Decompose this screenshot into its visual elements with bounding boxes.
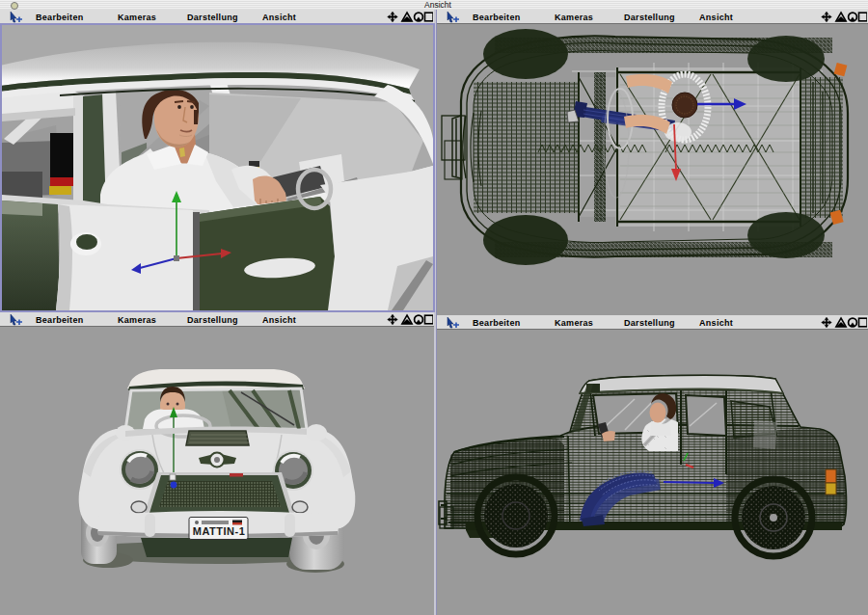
svg-text:MATTIN-1: MATTIN-1	[193, 525, 246, 537]
